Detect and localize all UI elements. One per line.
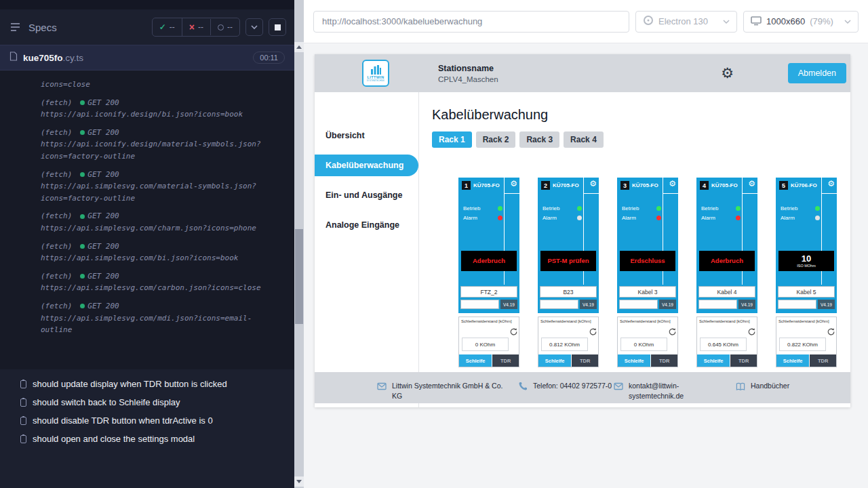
panel-divider [663, 193, 678, 194]
company-name: Littwin Systemtechnik GmbH & Co. KG [392, 381, 507, 401]
tdr-button[interactable]: TDR [492, 354, 519, 367]
refresh-icon[interactable] [589, 327, 597, 336]
network-log-entry[interactable]: (fetch) GET 200 https://api.iconify.desi… [41, 127, 271, 163]
spec-file-bar[interactable]: kue705fo .cy.ts 00:11 [0, 45, 294, 70]
network-log-entry[interactable]: (fetch) GET 200 https://api.simplesvg.co… [41, 210, 271, 234]
device-settings-icon[interactable]: ⚙ [748, 179, 755, 188]
cable-name-field[interactable]: FTZ_2 [460, 286, 517, 298]
schleife-button[interactable]: Schleife [697, 354, 730, 367]
logo-subtitle: SYSTEMTECHNIK [367, 79, 384, 82]
electron-icon [643, 15, 654, 28]
measure-buttons: Schleife TDR [697, 354, 757, 367]
test-item[interactable]: should update display when TDR button is… [0, 375, 294, 393]
cable-name-field[interactable]: Kabel 4 [698, 286, 755, 298]
main-content: Kabelüberwachung Rack 1 Rack 2 Rack 3 Ra… [419, 92, 850, 407]
runner-scrollbar[interactable] [294, 0, 304, 488]
tdr-button[interactable]: TDR [730, 354, 757, 367]
tdr-button[interactable]: TDR [810, 354, 836, 367]
test-item[interactable]: should open and close the settings modal [0, 430, 294, 448]
tdr-button[interactable]: TDR [651, 354, 677, 367]
footer-manuals[interactable]: Handbücher [736, 381, 789, 394]
chevron-down-icon [723, 16, 730, 26]
device-panel: 5 KÜ706-FO ⚙ Betrieb Alarm [776, 178, 837, 313]
specs-menu-icon[interactable] [9, 22, 22, 33]
firmware-version: V4.19 [500, 300, 517, 309]
schleife-button[interactable]: Schleife [538, 354, 571, 367]
cable-name-field[interactable]: Kabel 5 [778, 286, 835, 298]
firmware-version: V4.19 [580, 300, 597, 309]
sidebar-item-kabelueberwachung[interactable]: Kabelüberwachung [315, 155, 418, 176]
tab-rack-4[interactable]: Rack 4 [564, 131, 604, 148]
scroll-down-button[interactable] [294, 476, 304, 487]
device-number: 2 [541, 181, 550, 190]
refresh-icon[interactable] [509, 327, 518, 336]
tab-rack-2[interactable]: Rack 2 [476, 131, 516, 148]
tab-rack-3[interactable]: Rack 3 [519, 131, 559, 148]
refresh-icon[interactable] [747, 327, 756, 336]
test-item[interactable]: should disable TDR button when tdrActive… [0, 411, 294, 430]
request-status: GET 200 [80, 241, 119, 253]
device-status: Aderbruch [699, 251, 755, 271]
logout-button[interactable]: Abmelden [788, 63, 846, 83]
tab-rack-1[interactable]: Rack 1 [432, 131, 472, 148]
version-row: V4.19 [460, 300, 517, 309]
collapse-button[interactable] [245, 18, 263, 36]
manuals-link[interactable]: Handbücher [751, 381, 789, 391]
settings-gear-icon[interactable]: ⚙ [721, 65, 734, 81]
request-url: https://api.simplesvg.com/mdi.json?icons… [41, 312, 271, 336]
refresh-icon[interactable] [668, 327, 677, 336]
url-input[interactable]: http://localhost:3000/kabelueberwachung [313, 11, 629, 33]
device-card-1: 1 KÜ705-FO ⚙ Betrieb Alarm [458, 178, 519, 367]
request-url: https://api.simplesvg.com/material-symbo… [41, 180, 271, 204]
resistance-value: 0.645 KOhm [700, 338, 747, 351]
network-log-entry[interactable]: (fetch) GET 200 https://api.simplesvg.co… [41, 300, 271, 336]
stat-failed: × -- [182, 18, 210, 36]
device-settings-icon[interactable]: ⚙ [669, 179, 676, 188]
betrieb-indicator: Betrieb [622, 205, 661, 211]
network-log-entry[interactable]: (fetch) GET 200 https://api.iconify.desi… [41, 97, 271, 121]
sidebar-item-uebersicht[interactable]: Übersicht [315, 125, 418, 146]
device-settings-icon[interactable]: ⚙ [827, 179, 835, 188]
network-log-entry[interactable]: (fetch) GET 200 https://api.simplesvg.co… [41, 241, 271, 264]
panel-divider [743, 193, 757, 194]
panel-divider [505, 193, 519, 194]
app-header: LITTWIN SYSTEMTECHNIK Stationsname CPLV4… [315, 54, 850, 92]
device-settings-icon[interactable]: ⚙ [589, 179, 597, 188]
device-number: 4 [700, 181, 709, 190]
cable-name-field[interactable]: Kabel 3 [619, 286, 676, 298]
scrollbar-thumb[interactable] [295, 229, 303, 324]
network-log-entry[interactable]: (fetch) GET 200 https://api.simplesvg.co… [41, 270, 271, 294]
schleife-button[interactable]: Schleife [618, 354, 650, 367]
network-log-entry[interactable]: (fetch) GET 200 https://api.simplesvg.co… [41, 169, 271, 205]
blank-field [698, 300, 737, 309]
request-status: GET 200 [80, 97, 119, 109]
footer-phone: Telefon: 04402 972577-0 [518, 381, 614, 394]
iso-unit: ISO MOhm [797, 264, 816, 268]
cable-name-field[interactable]: B23 [540, 286, 597, 298]
device-settings-icon[interactable]: ⚙ [510, 179, 517, 188]
test-item[interactable]: should switch back to Schleife display [0, 393, 294, 411]
email-address[interactable]: kontakt@littwin-systemtechnik.de [629, 381, 705, 401]
refresh-icon[interactable] [827, 327, 835, 336]
betrieb-led [577, 206, 582, 211]
measurement-label: Schleifenwiderstand [kOhm] [697, 317, 757, 323]
blank-field [540, 300, 578, 309]
viewport-selector[interactable]: 1000x660 (79%) [743, 11, 859, 33]
footer-email: kontakt@littwin-systemtechnik.de [614, 381, 736, 401]
runner-header: Specs ✓ -- × -- -- [0, 9, 294, 45]
device-status: Erdschluss [620, 251, 675, 271]
stop-button[interactable] [269, 18, 286, 36]
status-dot-icon [80, 304, 85, 308]
schleife-button[interactable]: Schleife [459, 354, 492, 367]
tdr-button[interactable]: TDR [572, 354, 598, 367]
request-status: GET 200 [80, 300, 119, 312]
version-row: V4.19 [619, 300, 676, 309]
schleife-button[interactable]: Schleife [776, 354, 809, 367]
sidebar-item-ein-und-ausgaenge[interactable]: Ein- und Ausgänge [315, 184, 418, 206]
browser-selector[interactable]: Electron 130 [635, 11, 737, 33]
scroll-up-button[interactable] [294, 42, 304, 52]
network-log-entry[interactable]: icons=close [41, 79, 271, 91]
test-doc-icon [20, 399, 26, 407]
device-number: 3 [620, 181, 629, 190]
sidebar-item-analoge-eingaenge[interactable]: Analoge Eingänge [315, 214, 418, 236]
